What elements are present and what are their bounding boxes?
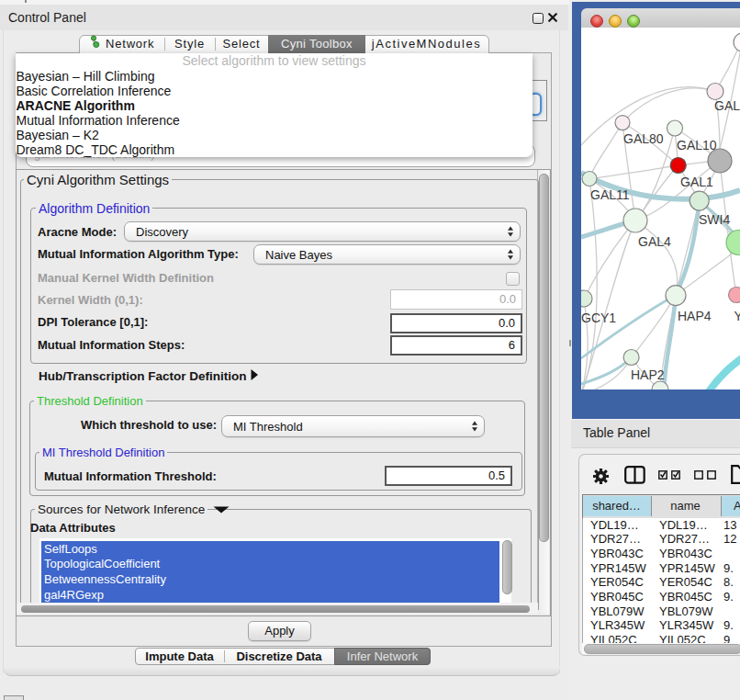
svg-text:GAL1: GAL1	[680, 175, 713, 189]
svg-text:HAP2: HAP2	[631, 367, 665, 382]
svg-text:GAL4: GAL4	[638, 234, 671, 249]
svg-text:GAL7: GAL7	[714, 98, 740, 113]
svg-text:GAL10: GAL10	[677, 138, 717, 152]
svg-text:GCY1: GCY1	[581, 310, 616, 325]
svg-text:HAP4: HAP4	[678, 309, 712, 323]
svg-text:GAL80: GAL80	[623, 131, 664, 146]
svg-text:GAL11: GAL11	[590, 187, 630, 202]
svg-text:Y: Y	[734, 309, 740, 323]
svg-text:SWI4: SWI4	[699, 212, 730, 227]
